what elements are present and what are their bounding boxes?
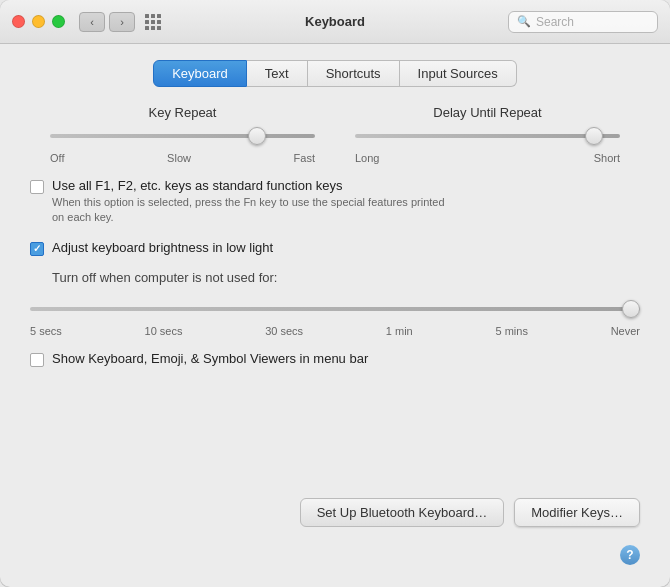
spacer (20, 381, 650, 476)
keyboard-viewer-checkbox[interactable] (30, 353, 44, 367)
delay-repeat-max: Short (594, 152, 620, 164)
tab-input-sources[interactable]: Input Sources (400, 60, 517, 87)
idle-label-5: Never (611, 325, 640, 337)
key-repeat-sublabels: Off Slow Fast (50, 152, 315, 164)
fn-keys-checkbox[interactable] (30, 180, 44, 194)
back-button[interactable]: ‹ (79, 12, 105, 32)
minimize-button[interactable] (32, 15, 45, 28)
idle-slider[interactable] (30, 299, 640, 319)
help-button[interactable]: ? (620, 545, 640, 565)
content-area: Keyboard Text Shortcuts Input Sources Ke… (0, 44, 670, 587)
keyboard-viewer-label: Show Keyboard, Emoji, & Symbol Viewers i… (52, 351, 368, 366)
delay-repeat-track (355, 134, 620, 138)
forward-button[interactable]: › (109, 12, 135, 32)
bottom-buttons: Set Up Bluetooth Keyboard… Modifier Keys… (20, 490, 650, 531)
key-repeat-min: Off (50, 152, 64, 164)
brightness-option: ✓ Adjust keyboard brightness in low ligh… (20, 240, 650, 256)
idle-label-3: 1 min (386, 325, 413, 337)
grid-icon[interactable] (145, 14, 161, 30)
idle-label: Turn off when computer is not used for: (52, 270, 640, 285)
top-sliders: Key Repeat Off Slow Fast Delay Until Rep… (20, 105, 650, 164)
tabs-bar: Keyboard Text Shortcuts Input Sources (20, 60, 650, 87)
idle-slider-track (30, 307, 640, 311)
keyboard-viewer-option: Show Keyboard, Emoji, & Symbol Viewers i… (20, 351, 650, 367)
tab-text[interactable]: Text (247, 60, 308, 87)
window-title: Keyboard (305, 14, 365, 29)
tab-shortcuts[interactable]: Shortcuts (308, 60, 400, 87)
key-repeat-group: Key Repeat Off Slow Fast (50, 105, 315, 164)
key-repeat-label: Key Repeat (50, 105, 315, 120)
idle-label-1: 10 secs (145, 325, 183, 337)
brightness-label: Adjust keyboard brightness in low light (52, 240, 273, 255)
tab-keyboard[interactable]: Keyboard (153, 60, 247, 87)
delay-repeat-label: Delay Until Repeat (355, 105, 620, 120)
idle-label-0: 5 secs (30, 325, 62, 337)
fn-keys-label: Use all F1, F2, etc. keys as standard fu… (52, 178, 452, 193)
search-icon: 🔍 (517, 15, 531, 28)
key-repeat-max: Fast (294, 152, 315, 164)
idle-label-4: 5 mins (495, 325, 527, 337)
modifier-keys-button[interactable]: Modifier Keys… (514, 498, 640, 527)
checkmark-icon: ✓ (33, 243, 41, 254)
delay-repeat-sublabels: Long Short (355, 152, 620, 164)
delay-repeat-min: Long (355, 152, 379, 164)
bluetooth-button[interactable]: Set Up Bluetooth Keyboard… (300, 498, 505, 527)
maximize-button[interactable] (52, 15, 65, 28)
fn-keys-sublabel: When this option is selected, press the … (52, 195, 452, 226)
help-area: ? (20, 545, 650, 571)
fn-keys-text-group: Use all F1, F2, etc. keys as standard fu… (52, 178, 452, 226)
fn-keys-option: Use all F1, F2, etc. keys as standard fu… (20, 178, 650, 226)
delay-repeat-group: Delay Until Repeat Long Short (355, 105, 620, 164)
idle-label-2: 30 secs (265, 325, 303, 337)
brightness-checkbox[interactable]: ✓ (30, 242, 44, 256)
key-repeat-thumb[interactable] (248, 127, 266, 145)
nav-buttons: ‹ › (79, 12, 135, 32)
keyboard-window: ‹ › Keyboard 🔍 Search Keyboard Text Shor… (0, 0, 670, 587)
key-repeat-slider[interactable] (50, 126, 315, 146)
key-repeat-track (50, 134, 315, 138)
close-button[interactable] (12, 15, 25, 28)
delay-repeat-thumb[interactable] (585, 127, 603, 145)
idle-slider-group: Turn off when computer is not used for: … (20, 270, 650, 337)
idle-sublabels: 5 secs 10 secs 30 secs 1 min 5 mins Neve… (30, 325, 640, 337)
search-box[interactable]: 🔍 Search (508, 11, 658, 33)
traffic-lights (12, 15, 65, 28)
idle-slider-thumb[interactable] (622, 300, 640, 318)
delay-repeat-slider[interactable] (355, 126, 620, 146)
key-repeat-mid: Slow (167, 152, 191, 164)
titlebar: ‹ › Keyboard 🔍 Search (0, 0, 670, 44)
search-placeholder: Search (536, 15, 574, 29)
